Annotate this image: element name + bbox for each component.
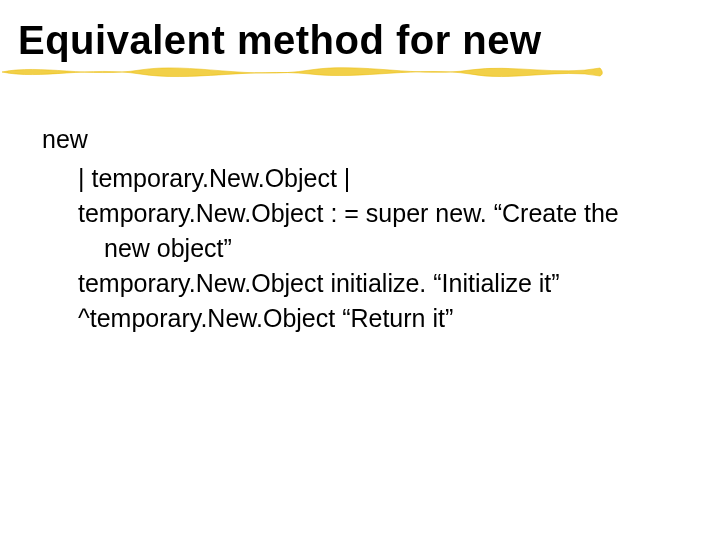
code-line: | temporary.New.Object | [78, 162, 680, 195]
code-block: | temporary.New.Object | temporary.New.O… [42, 162, 680, 335]
code-line: new object” [78, 232, 680, 265]
slide-body: new | temporary.New.Object | temporary.N… [0, 63, 720, 335]
code-line: ^temporary.New.Object “Return it” [78, 302, 680, 335]
code-line: temporary.New.Object initialize. “Initia… [78, 267, 680, 300]
slide-title: Equivalent method for new [18, 18, 720, 63]
slide: Equivalent method for new new | temporar… [0, 0, 720, 540]
code-line: temporary.New.Object : = super new. “Cre… [78, 197, 680, 230]
title-area: Equivalent method for new [0, 0, 720, 63]
method-name: new [42, 123, 680, 156]
